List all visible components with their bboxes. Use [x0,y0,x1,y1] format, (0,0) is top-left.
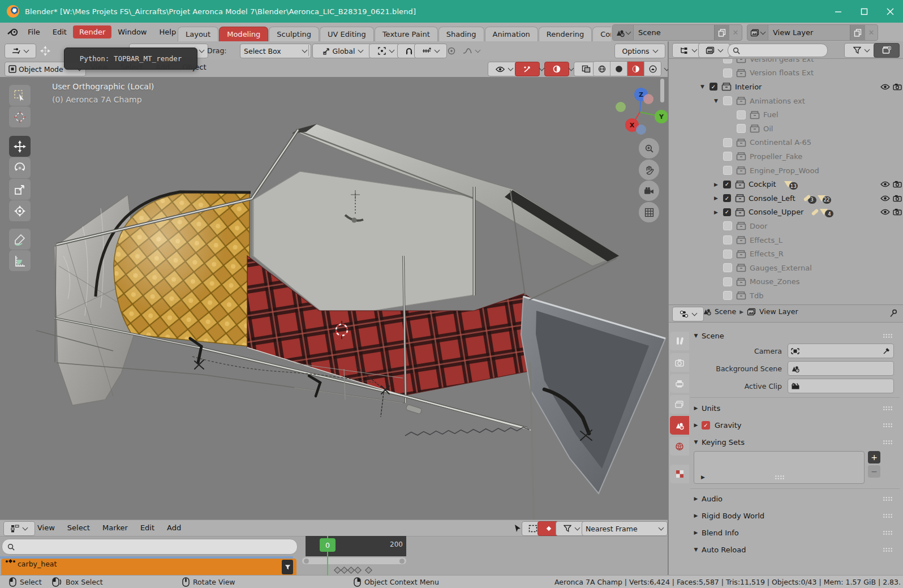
panel-arrow[interactable]: ▼ [690,439,702,445]
list-expand-arrow[interactable]: ▶ [701,474,705,480]
outliner-row[interactable]: ✓ Door [669,219,903,233]
panel-audio[interactable]: ▶ Audio [690,491,900,507]
move-tool-icon[interactable] [32,44,59,58]
panel-grip[interactable] [883,333,893,338]
expand-arrow-icon[interactable] [714,98,723,104]
tool-rotate[interactable] [9,157,31,178]
collection-checkbox[interactable]: ✓ [723,208,731,216]
outliner-row[interactable]: ✓ Animations ext [669,94,903,108]
camera-field[interactable] [788,344,894,358]
collection-checkbox[interactable]: ✓ [723,152,732,161]
tab-texture[interactable] [670,465,689,483]
axis-y-neg-ball[interactable] [616,102,626,112]
tool-cursor[interactable] [9,106,31,127]
proportional-falloff-dropdown[interactable] [455,44,488,58]
collection-name[interactable]: Animations ext [750,97,805,105]
disable-in-renders-camera-icon[interactable] [891,83,903,91]
tool-move[interactable] [9,136,31,157]
view-layer-selector[interactable]: View Layer ✕ [747,24,878,41]
hide-in-viewport-eye-icon[interactable] [879,181,891,187]
panel-units[interactable]: ▶ Units [690,400,900,416]
selected-channel-row[interactable]: carby_heat [1,559,296,577]
workspace-tab[interactable]: Rendering [539,27,592,41]
panel-arrow[interactable]: ▶ [690,405,702,411]
workspace-tab[interactable]: Texture Paint [375,27,438,41]
disable-in-renders-camera-icon[interactable] [891,195,903,202]
keyframe-diamond[interactable] [347,566,355,574]
snap-mode-dropdown[interactable]: Nearest Frame [582,521,668,536]
menu-item[interactable]: Edit [46,25,73,38]
shading-rendered-button[interactable] [644,62,661,76]
outliner-row[interactable]: ✓ Effects_L [669,233,903,247]
list-grip[interactable] [775,475,785,480]
panel-arrow[interactable]: ▶ [690,496,702,501]
3d-model-aeronca[interactable] [36,124,665,520]
outliner-row[interactable]: ✓ Version floats Ext [669,66,903,80]
tab-tool[interactable] [670,332,689,350]
collection-name[interactable]: Continental A-65 [750,138,811,147]
add-keying-set-button[interactable]: + [868,451,880,463]
collection-checkbox[interactable]: ✓ [723,96,732,105]
panel-arrow[interactable]: ▼ [690,333,702,338]
collection-checkbox[interactable]: ✓ [723,194,731,202]
camera-view-button[interactable] [639,181,659,201]
close-button[interactable] [877,0,903,23]
keyframe-diamond[interactable] [365,566,372,574]
panel-grip[interactable] [883,496,893,501]
collection-name[interactable]: Console_Upper [749,208,803,216]
3d-scene[interactable] [0,77,668,520]
remove-keying-set-button[interactable]: − [868,465,880,478]
outliner-row[interactable]: ✓ Propeller_Fake [669,149,903,164]
panel-scene[interactable]: ▼ Scene [690,328,900,344]
collection-name[interactable]: Tdb [750,291,763,300]
outliner-row[interactable]: ✓ Continental A-65 [669,136,903,150]
pin-icon[interactable] [889,309,898,317]
panel-arrow[interactable]: ▼ [690,547,702,552]
collection-name[interactable]: Gauges_External [750,264,812,272]
keyframe-area-scrollbar[interactable] [302,557,406,564]
tool-annotate[interactable] [9,229,31,250]
outliner-row[interactable]: ✓ Engine_Prop_Wood [669,164,903,178]
scene-selector[interactable]: Scene ✕ [612,24,742,41]
perspective-toggle-button[interactable] [639,202,659,222]
select-mode-dropdown[interactable]: Select Box [240,44,311,58]
collection-checkbox[interactable]: ✓ [723,235,732,244]
shading-solid-button[interactable] [610,62,627,76]
collection-checkbox[interactable]: ✓ [723,263,732,272]
collection-name[interactable]: Interior [735,83,762,91]
hide-in-viewport-eye-icon[interactable] [879,195,891,201]
panel-grip[interactable] [883,440,893,445]
collection-name[interactable]: Console_Left [749,194,796,203]
collection-name[interactable]: Effects_L [750,236,782,244]
timeline-menu-item[interactable]: Select [62,522,96,533]
collection-name[interactable]: Fuel [763,110,779,119]
outliner-row[interactable]: ✓ Tdb [669,289,903,303]
disable-in-renders-camera-icon[interactable] [891,208,903,216]
menu-item[interactable]: Window [111,25,153,38]
view-layer-name[interactable]: View Layer [768,28,850,37]
3d-viewport[interactable]: User Orthographic (Local) (0) Aeronca 7A… [0,77,668,520]
collection-checkbox[interactable]: ✓ [723,181,731,188]
eyedropper-icon[interactable] [883,347,891,355]
shading-material-button[interactable] [627,62,644,76]
expand-arrow-icon[interactable] [700,84,710,89]
outliner-search-input[interactable] [728,44,828,57]
collection-checkbox[interactable]: ✓ [723,291,732,300]
current-frame-badge[interactable]: 0 [320,538,336,552]
panel-grip[interactable] [883,530,893,535]
collection-name[interactable]: Effects_R [750,250,784,258]
keying-sets-list[interactable]: ▶ [694,451,865,484]
shading-wireframe-button[interactable] [594,62,610,76]
panel-grip[interactable] [883,547,893,552]
remove-view-layer-button[interactable]: ✕ [865,25,878,40]
expand-arrow-icon[interactable] [714,182,723,187]
tab-output[interactable] [670,374,689,393]
pan-hand-button[interactable] [639,160,659,180]
breadcrumb-view-layer[interactable]: View Layer [759,307,798,316]
expand-arrow-icon[interactable] [714,209,723,215]
outliner-row[interactable]: ✓ Interior [669,80,903,94]
keyframe-diamond[interactable] [354,566,362,574]
background-scene-field[interactable] [788,361,894,376]
tab-scene[interactable] [670,416,689,435]
collection-name[interactable]: Door [750,222,767,230]
